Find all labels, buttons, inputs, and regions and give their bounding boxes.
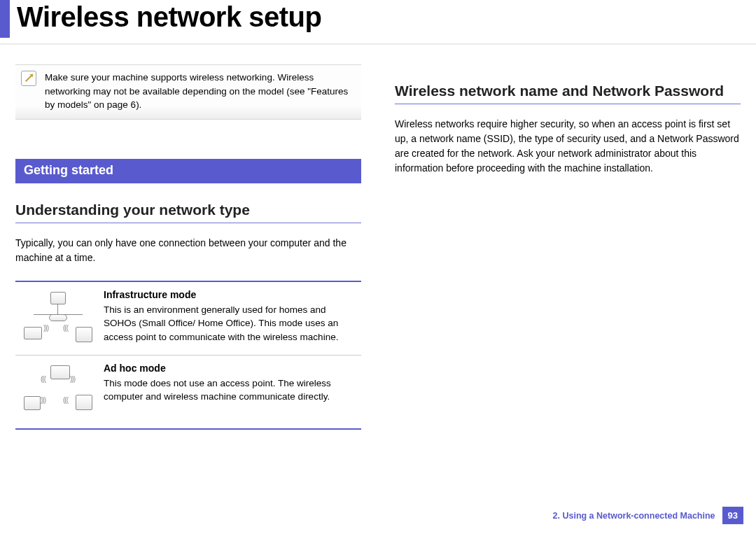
footer-chapter: 2. Using a Network-connected Machine <box>553 511 715 521</box>
right-column: Wireless network name and Network Passwo… <box>395 64 741 430</box>
page-title: Wireless network setup <box>17 0 321 32</box>
footer-page-number: 93 <box>722 507 743 524</box>
section-tab: Getting started <box>15 159 361 183</box>
right-body: Wireless networks require higher securit… <box>395 117 741 176</box>
modes-table: ))) ((( Infrastructure mode This is an e… <box>15 281 361 430</box>
mode-row-adhoc: ((( ))) ))) ((( Ad hoc mode This mode do… <box>15 355 361 428</box>
right-heading: Wireless network name and Network Passwo… <box>395 83 741 99</box>
adhoc-illustration: ((( ))) ))) ((( <box>20 363 97 421</box>
infrastructure-illustration: ))) ((( <box>20 289 97 348</box>
note-text: Make sure your machine supports wireless… <box>45 71 356 112</box>
left-heading: Understanding your network type <box>15 202 361 218</box>
left-heading-rule <box>15 223 361 223</box>
mode-title: Infrastructure mode <box>104 289 357 300</box>
note-box: Make sure your machine supports wireless… <box>15 64 361 120</box>
content-columns: Make sure your machine supports wireless… <box>0 45 756 430</box>
mode-title: Ad hoc mode <box>104 363 357 374</box>
note-icon <box>21 71 36 86</box>
page-footer: 2. Using a Network-connected Machine 93 <box>553 507 743 524</box>
mode-body: This is an environment generally used fo… <box>104 303 357 344</box>
title-bar: Wireless network setup <box>0 0 756 38</box>
title-accent <box>0 0 10 38</box>
left-column: Make sure your machine supports wireless… <box>15 64 361 430</box>
mode-row-infrastructure: ))) ((( Infrastructure mode This is an e… <box>15 282 361 355</box>
mode-body: This mode does not use an access point. … <box>104 377 357 404</box>
left-intro: Typically, you can only have one connect… <box>15 236 361 265</box>
right-heading-rule <box>395 104 741 104</box>
